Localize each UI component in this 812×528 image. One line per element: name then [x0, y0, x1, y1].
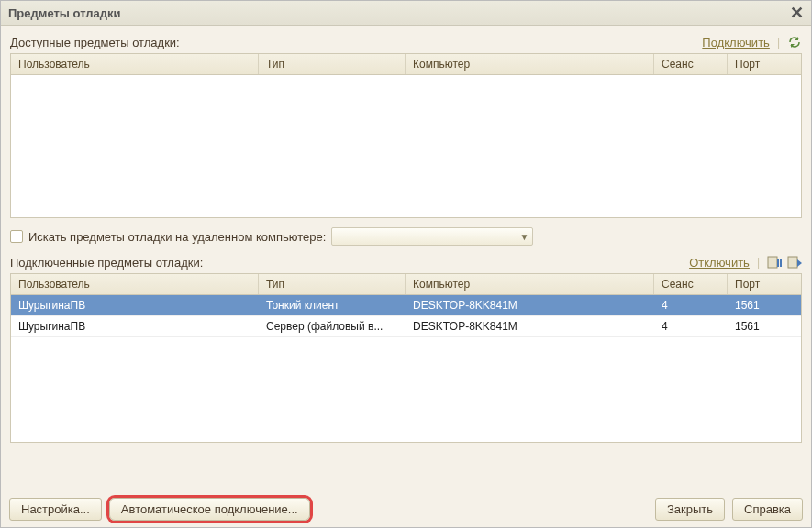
separator: |: [755, 256, 762, 269]
footer-right: Закрыть Справка: [655, 498, 803, 521]
resume-thread-icon[interactable]: [787, 255, 802, 270]
cell-computer: DESKTOP-8KK841M: [406, 316, 654, 336]
available-label: Доступные предметы отладки:: [10, 36, 180, 50]
help-button[interactable]: Справка: [732, 498, 803, 521]
cell-user: ШурыгинаПВ: [11, 295, 259, 315]
available-header: Доступные предметы отладки: Подключить |: [10, 35, 802, 50]
footer-left: Настройка... Автоматическое подключение.…: [9, 498, 310, 521]
cell-type: Сервер (файловый в...: [259, 316, 406, 336]
close-button[interactable]: Закрыть: [655, 498, 725, 521]
connect-link[interactable]: Подключить: [702, 36, 770, 50]
settings-button[interactable]: Настройка...: [9, 498, 102, 521]
titlebar: Предметы отладки ✕: [1, 1, 811, 26]
col-session[interactable]: Сеанс: [654, 54, 728, 74]
table-row[interactable]: ШурыгинаПВТонкий клиентDESKTOP-8KK841M41…: [11, 295, 801, 316]
refresh-icon[interactable]: [787, 35, 802, 50]
available-table-head: Пользователь Тип Компьютер Сеанс Порт: [11, 54, 801, 75]
dialog-title: Предметы отладки: [8, 6, 121, 20]
table-row[interactable]: ШурыгинаПВСервер (файловый в...DESKTOP-8…: [11, 316, 801, 337]
available-table-body[interactable]: [11, 75, 801, 217]
connected-table: Пользователь Тип Компьютер Сеанс Порт Шу…: [10, 273, 802, 443]
cell-port: 1561: [728, 295, 801, 315]
remote-search-row: Искать предметы отладки на удаленном ком…: [10, 227, 802, 246]
col-type[interactable]: Тип: [259, 274, 406, 294]
col-user[interactable]: Пользователь: [11, 274, 259, 294]
remote-search-label: Искать предметы отладки на удаленном ком…: [28, 230, 326, 244]
cell-port: 1561: [728, 316, 801, 336]
remote-computer-combo[interactable]: ▼: [331, 227, 533, 246]
col-user[interactable]: Пользователь: [11, 54, 259, 74]
cell-type: Тонкий клиент: [259, 295, 406, 315]
connected-actions: Отключить |: [689, 255, 802, 270]
auto-connect-button[interactable]: Автоматическое подключение...: [109, 498, 310, 521]
svg-rect-1: [777, 259, 779, 267]
available-table: Пользователь Тип Компьютер Сеанс Порт: [10, 53, 802, 218]
svg-rect-2: [780, 259, 782, 267]
disconnect-link[interactable]: Отключить: [689, 256, 750, 270]
cell-session: 4: [654, 316, 728, 336]
connected-label: Подключенные предметы отладки:: [10, 256, 203, 270]
connected-header: Подключенные предметы отладки: Отключить…: [10, 255, 802, 270]
connected-table-body[interactable]: ШурыгинаПВТонкий клиентDESKTOP-8KK841M41…: [11, 295, 801, 442]
col-computer[interactable]: Компьютер: [406, 274, 654, 294]
pause-thread-icon[interactable]: [767, 255, 782, 270]
cell-session: 4: [654, 295, 728, 315]
svg-rect-3: [788, 257, 797, 268]
col-type[interactable]: Тип: [259, 54, 406, 74]
separator: |: [775, 36, 782, 49]
available-actions: Подключить |: [702, 35, 802, 50]
remote-search-checkbox[interactable]: [10, 230, 23, 243]
col-port[interactable]: Порт: [728, 54, 801, 74]
col-session[interactable]: Сеанс: [654, 274, 728, 294]
chevron-down-icon[interactable]: ▼: [519, 232, 528, 242]
col-computer[interactable]: Компьютер: [406, 54, 654, 74]
connected-table-head: Пользователь Тип Компьютер Сеанс Порт: [11, 274, 801, 295]
cell-user: ШурыгинаПВ: [11, 316, 259, 336]
col-port[interactable]: Порт: [728, 274, 801, 294]
svg-rect-0: [768, 257, 777, 268]
cell-computer: DESKTOP-8KK841M: [406, 295, 654, 315]
footer: Настройка... Автоматическое подключение.…: [9, 498, 803, 521]
content: Доступные предметы отладки: Подключить |…: [1, 26, 811, 452]
close-icon[interactable]: ✕: [790, 5, 804, 21]
